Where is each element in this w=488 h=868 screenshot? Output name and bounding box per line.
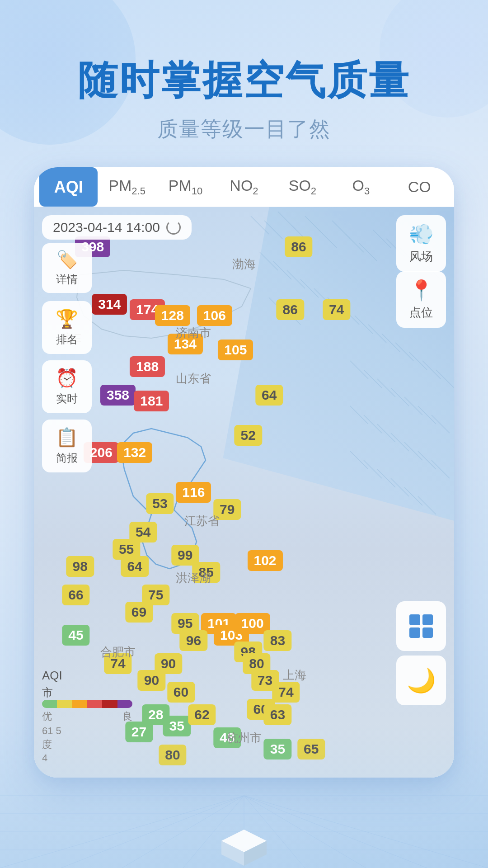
marker-m27: 98: [66, 556, 94, 577]
wind-button[interactable]: 💨 风场: [396, 215, 446, 272]
point-label: 点位: [409, 305, 433, 321]
refresh-icon[interactable]: [166, 220, 181, 235]
marker-m7: 106: [197, 305, 232, 326]
svg-line-24: [395, 343, 413, 361]
svg-line-16: [287, 270, 305, 288]
city-label-c3: 江苏省: [184, 513, 220, 529]
marker-m11: 74: [323, 299, 350, 320]
legend-degree: 度: [42, 738, 132, 751]
marker-m40: 90: [138, 670, 165, 691]
city-label-c8: 渤海: [232, 256, 256, 272]
svg-line-41: [404, 442, 422, 460]
marker-m6: 128: [155, 305, 190, 326]
tab-no2[interactable]: NO2: [215, 167, 273, 207]
legend-labels: 优 良: [42, 710, 132, 723]
detail-container: 🏷️ 详情: [42, 243, 92, 293]
marker-m14: 358: [100, 385, 136, 406]
marker-m41: 60: [167, 682, 195, 703]
realtime-button[interactable]: ⏰ 实时: [42, 360, 92, 413]
hero-section: 随时掌握空气质量 质量等级一目了然: [0, 0, 488, 143]
grid-button[interactable]: [396, 601, 446, 651]
tab-o3[interactable]: O3: [332, 167, 390, 207]
marker-m36: 83: [264, 630, 291, 651]
detail-icon: 🏷️: [56, 250, 78, 269]
svg-line-42: [418, 451, 436, 469]
wind-label: 风场: [409, 249, 433, 264]
marker-m18: 116: [176, 482, 211, 503]
timestamp-bar: 2023-04-14 14:00: [42, 215, 192, 240]
svg-line-8: [359, 243, 377, 261]
city-label-c5: 合肥市: [100, 644, 136, 660]
rank-icon: 🏆: [56, 308, 78, 330]
marker-m54: 45: [62, 625, 89, 646]
svg-line-33: [391, 388, 409, 406]
marker-m12: 64: [255, 385, 283, 406]
city-label-c2: 山东省: [176, 370, 211, 386]
svg-line-5: [319, 230, 337, 248]
svg-line-44: [350, 451, 368, 469]
marker-m47: 62: [188, 704, 216, 725]
svg-line-48: [404, 487, 422, 505]
city-label-c1: 济南市: [176, 325, 211, 340]
tab-bar: AQI PM2.5 PM10 NO2 SO2 O3 CO: [34, 167, 454, 207]
legend-values: 61 5: [42, 725, 132, 737]
marker-m4: 188: [130, 356, 165, 377]
point-button[interactable]: 📍 点位: [396, 271, 446, 328]
left-panel: 🏷️ 详情 🏆 排名 ⏰ 实时 📋 简报: [42, 243, 92, 472]
wind-icon: 💨: [409, 222, 434, 246]
svg-line-38: [364, 415, 382, 433]
marker-m29: 69: [125, 602, 153, 623]
city-label-c6: 上海: [283, 667, 306, 683]
tab-co[interactable]: CO: [390, 167, 449, 207]
svg-line-7: [346, 234, 364, 252]
brief-label: 简报: [56, 451, 78, 465]
marker-m43: 74: [272, 682, 300, 703]
moon-button[interactable]: 🌙: [396, 656, 446, 705]
grid-icon: [409, 614, 433, 638]
brief-icon: 📋: [56, 427, 78, 448]
legend-title: AQI: [42, 669, 132, 683]
realtime-icon: ⏰: [56, 368, 78, 389]
marker-m13: 52: [235, 425, 262, 446]
svg-line-35: [418, 406, 436, 424]
marker-m20: 53: [146, 493, 174, 514]
point-icon: 📍: [409, 278, 434, 302]
svg-line-0: [251, 216, 269, 234]
detail-button[interactable]: 🏷️ 详情: [42, 243, 92, 293]
svg-line-26: [422, 361, 441, 379]
tab-pm10[interactable]: PM10: [156, 167, 215, 207]
svg-line-21: [355, 316, 373, 334]
tab-pm25[interactable]: PM2.5: [98, 167, 156, 207]
legend-bar: [42, 700, 132, 708]
svg-line-37: [350, 406, 368, 424]
phone-frame: AQI PM2.5 PM10 NO2 SO2 O3 CO: [34, 167, 454, 778]
svg-line-39: [377, 424, 395, 442]
svg-line-46: [377, 469, 395, 487]
legend-num4: 4: [42, 752, 132, 764]
marker-m23: 64: [121, 556, 149, 577]
moon-icon: 🌙: [407, 667, 436, 694]
marker-m26: 102: [247, 550, 282, 571]
aqi-legend: AQI 市 优 良 61 5 度 4: [42, 669, 132, 764]
svg-line-40: [391, 433, 409, 451]
svg-line-14: [260, 252, 278, 270]
svg-line-9: [373, 230, 391, 248]
realtime-label: 实时: [56, 392, 78, 406]
svg-line-17: [300, 279, 319, 297]
svg-line-25: [409, 352, 427, 370]
rank-button[interactable]: 🏆 排名: [42, 301, 92, 354]
marker-m10: 86: [277, 299, 304, 320]
svg-line-43: [432, 460, 450, 478]
marker-m34: 96: [180, 630, 207, 651]
tab-so2[interactable]: SO2: [273, 167, 332, 207]
svg-line-30: [350, 361, 368, 379]
marker-m49: 63: [264, 704, 291, 725]
detail-label: 详情: [56, 272, 78, 287]
marker-m9: 86: [285, 236, 312, 257]
tab-aqi[interactable]: AQI: [39, 167, 98, 207]
map-area[interactable]: 2023-04-14 14:00 💨 风场 📍 点位 🏷️ 详情 🏆: [34, 207, 454, 778]
svg-line-47: [391, 478, 409, 496]
brief-button[interactable]: 📋 简报: [42, 420, 92, 472]
svg-line-23: [382, 334, 400, 352]
svg-line-34: [404, 397, 422, 415]
